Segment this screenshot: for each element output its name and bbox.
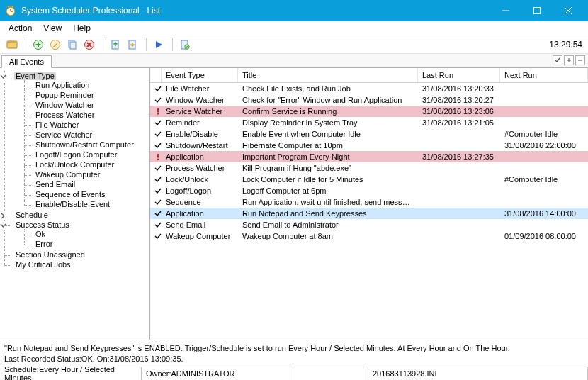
cell-type: Process Watcher: [162, 164, 238, 172]
check-icon: [150, 233, 162, 240]
cell-title: Hibernate Computer at 10pm: [238, 141, 418, 150]
cell-last: 31/08/2016 13:21:05: [418, 118, 500, 127]
delete-button[interactable]: [81, 37, 97, 52]
col-header-last-run[interactable]: Last Run: [418, 68, 500, 82]
cell-type: Enable/Disable: [162, 130, 238, 138]
titlebar: System Scheduler Professional - List: [0, 0, 588, 21]
tree-node[interactable]: Window Watcher: [34, 101, 96, 109]
cell-title: Important Program Every Night: [238, 152, 418, 161]
expander-icon[interactable]: [0, 222, 7, 230]
menu-action[interactable]: Action: [3, 22, 38, 35]
run-now-button[interactable]: [151, 37, 166, 52]
import-button[interactable]: [108, 37, 123, 52]
export-button[interactable]: [125, 37, 140, 52]
tree-node-success-status[interactable]: Success Status: [14, 220, 71, 229]
table-row[interactable]: ApplicationImportant Program Every Night…: [150, 151, 588, 162]
tree-node-schedule[interactable]: Schedule: [14, 211, 50, 219]
tree-node-my-critical-jobs[interactable]: My Critical Jobs: [14, 260, 72, 269]
tab-all-events[interactable]: All Events: [1, 55, 52, 68]
tree-node[interactable]: Send Email: [34, 180, 77, 189]
tabstrip: All Events: [0, 54, 588, 68]
status-owner: Owner:ADMINISTRATOR: [142, 367, 290, 380]
statusbar: Schedule:Every Hour / Selected Minutes O…: [0, 367, 588, 380]
list-body[interactable]: File WatcherCheck File Exists, and Run J…: [150, 83, 588, 340]
cell-last: 31/08/2016 13:20:33: [418, 84, 500, 93]
expander-icon[interactable]: [0, 212, 7, 220]
table-row[interactable]: ApplicationRun Notepad and Send Keypress…: [150, 208, 588, 219]
tree-node[interactable]: Logoff/Logon Computer: [34, 150, 118, 159]
detail-line-2: Last Recorded Status:OK. On:31/08/2016 1…: [4, 354, 584, 364]
table-row[interactable]: Send EmailSend Email to Administrator: [150, 219, 588, 230]
col-header-event-type[interactable]: Event Type: [162, 68, 238, 82]
cell-title: Run Notepad and Send Keypresses: [238, 209, 418, 218]
tree-node[interactable]: Process Watcher: [34, 111, 96, 119]
table-row[interactable]: Enable/DisableEnable Event when Computer…: [150, 128, 588, 140]
cell-title: Enable Event when Computer Idle: [238, 130, 418, 138]
cell-type: Wakeup Computer: [162, 232, 238, 240]
detail-line-1: "Run Notepad and Send Keypresses" is ENA…: [4, 343, 584, 354]
check-icon: [150, 199, 162, 206]
table-row[interactable]: Lock/UnlockLock Computer if Idle for 5 M…: [150, 174, 588, 185]
tab-remove-icon[interactable]: [575, 55, 585, 65]
log-button[interactable]: [177, 37, 193, 52]
edit-button[interactable]: [47, 37, 63, 52]
table-row[interactable]: Wakeup ComputerWakeup Computer at 8am01/…: [150, 230, 588, 242]
tree-node[interactable]: Service Watcher: [34, 130, 94, 139]
expander-icon[interactable]: [0, 73, 7, 81]
table-row[interactable]: Shutdown/RestartHibernate Computer at 10…: [150, 140, 588, 151]
tree-pane[interactable]: Event Type Run ApplicationPopup Reminder…: [0, 68, 150, 340]
close-button[interactable]: [553, 0, 584, 21]
minimize-button[interactable]: [490, 0, 521, 21]
tree-node-section-unassigned[interactable]: Section Unassigned: [14, 250, 86, 259]
svg-rect-1: [8, 6, 10, 8]
tab-add-icon[interactable]: [564, 55, 574, 65]
table-row[interactable]: Process WatcherKill Program if Hung "abd…: [150, 162, 588, 174]
cell-last: 31/08/2016 13:23:06: [418, 107, 500, 116]
check-icon: [150, 96, 162, 104]
list-pane: Event Type Title Last Run Next Run File …: [150, 68, 588, 340]
table-row[interactable]: SequenceRun Application, wait until fini…: [150, 196, 588, 208]
svg-rect-10: [7, 41, 17, 43]
tree-node[interactable]: Popup Reminder: [34, 91, 96, 99]
tree-node-error[interactable]: Error: [34, 240, 54, 248]
cell-title: Kill Program if Hung "abde.exe": [238, 164, 418, 172]
table-row[interactable]: Service WatcherConfirm Service is Runnin…: [150, 106, 588, 117]
svg-rect-16: [70, 42, 76, 49]
maximize-button[interactable]: [521, 0, 553, 21]
table-row[interactable]: File WatcherCheck File Exists, and Run J…: [150, 83, 588, 94]
events-toggle-button[interactable]: [4, 37, 20, 52]
menu-view[interactable]: View: [38, 22, 67, 35]
cell-type: Logoff/Logon: [162, 186, 238, 195]
tree-node[interactable]: File Watcher: [34, 121, 80, 129]
tree-node-event-type[interactable]: Event Type: [14, 72, 56, 80]
tree-node[interactable]: Sequence of Events: [34, 190, 106, 199]
table-row[interactable]: Window WatcherCheck for "Error" Window a…: [150, 94, 588, 106]
tree-node-ok[interactable]: Ok: [34, 230, 47, 238]
tree-node[interactable]: Wakeup Computer: [34, 170, 101, 179]
add-button[interactable]: [30, 37, 46, 52]
tree-node[interactable]: Lock/Unlock Computer: [34, 160, 115, 169]
status-schedule: Schedule:Every Hour / Selected Minutes: [0, 367, 142, 380]
check-icon: [150, 119, 162, 126]
toolbar: 13:29:54: [0, 35, 588, 54]
col-header-next-run[interactable]: Next Run: [500, 68, 588, 82]
cell-title: Wakeup Computer at 8am: [238, 232, 418, 240]
tab-check-icon[interactable]: [553, 55, 562, 65]
svg-rect-6: [534, 8, 541, 14]
menu-help[interactable]: Help: [67, 22, 96, 35]
cell-title: Send Email to Administrator: [238, 220, 418, 229]
cell-next: #Computer Idle: [500, 130, 588, 138]
tree-node[interactable]: Enable/Disable Event: [34, 200, 111, 208]
tree-node[interactable]: Shutdown/Restart Computer: [34, 140, 135, 149]
check-icon: [150, 221, 162, 228]
cell-next: #Computer Idle: [500, 175, 588, 184]
tree-node[interactable]: Run Application: [34, 81, 91, 89]
check-icon: [150, 85, 162, 92]
check-icon: [150, 210, 162, 217]
table-row[interactable]: ReminderDisplay Reminder in System Tray3…: [150, 117, 588, 128]
table-row[interactable]: Logoff/LogonLogoff Computer at 6pm: [150, 185, 588, 196]
col-header-title[interactable]: Title: [238, 68, 418, 82]
cell-type: Application: [162, 152, 238, 161]
menubar: Action View Help: [0, 21, 588, 35]
copy-button[interactable]: [64, 37, 80, 52]
